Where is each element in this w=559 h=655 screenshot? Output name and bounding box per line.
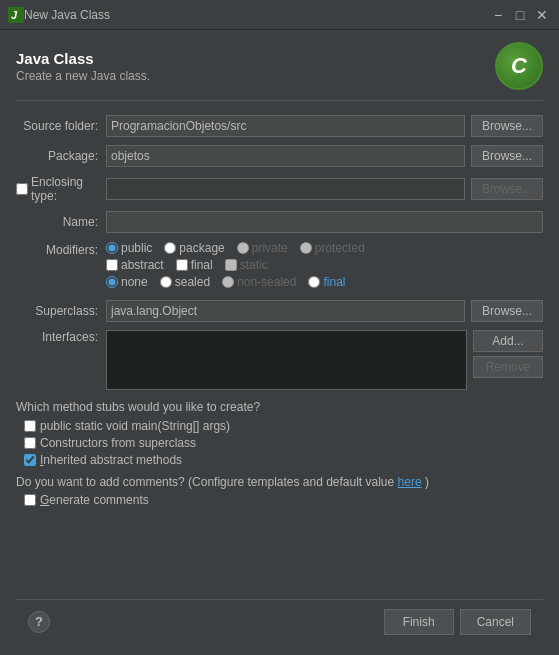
modifier-abstract[interactable]: abstract	[106, 258, 164, 272]
stub-constructors-item[interactable]: Constructors from superclass	[24, 436, 543, 450]
package-label: Package:	[16, 149, 106, 163]
dialog-footer: ? Finish Cancel	[16, 599, 543, 643]
modifier-static[interactable]: static	[225, 258, 268, 272]
modifier-final[interactable]: final	[176, 258, 213, 272]
interfaces-add-button[interactable]: Add...	[473, 330, 543, 352]
superclass-input[interactable]	[106, 300, 465, 322]
modifier-sealed[interactable]: sealed	[160, 275, 210, 289]
cancel-button[interactable]: Cancel	[460, 609, 531, 635]
modifiers-label: Modifiers:	[16, 241, 106, 257]
modifiers-line-3: none sealed non-sealed final	[106, 275, 543, 289]
stub-main-label: public static void main(String[] args)	[40, 419, 230, 433]
method-stubs-section: Which method stubs would you like to cre…	[16, 400, 543, 467]
enclosing-checkbox-area: Enclosing type:	[16, 175, 106, 203]
superclass-browse-button[interactable]: Browse...	[471, 300, 543, 322]
superclass-label: Superclass:	[16, 304, 106, 318]
form-body: Source folder: Browse... Package: Browse…	[16, 115, 543, 599]
stub-inherited-checkbox[interactable]	[24, 454, 36, 466]
superclass-row: Superclass: Browse...	[16, 300, 543, 322]
titlebar-icon: J	[8, 7, 24, 23]
comments-section: Do you want to add comments? (Configure …	[16, 475, 543, 507]
modifiers-line-2: abstract final static	[106, 258, 543, 272]
enclosing-type-browse-button[interactable]: Browse...	[471, 178, 543, 200]
modifier-public[interactable]: public	[106, 241, 152, 255]
interfaces-remove-button[interactable]: Remove	[473, 356, 543, 378]
titlebar-controls: − □ ✕	[489, 6, 551, 24]
generate-comments-item[interactable]: Generate comments	[16, 493, 543, 507]
stub-inherited-label: Inherited abstract methods	[40, 453, 182, 467]
modifier-final-kind[interactable]: final	[308, 275, 345, 289]
eclipse-logo: C	[495, 42, 543, 90]
maximize-button[interactable]: □	[511, 6, 529, 24]
dialog-header: Java Class Create a new Java class. C	[16, 42, 543, 101]
dialog-title: Java Class	[16, 50, 150, 67]
method-stubs-question: Which method stubs would you like to cre…	[16, 400, 543, 414]
modifier-protected[interactable]: protected	[300, 241, 365, 255]
finish-button[interactable]: Finish	[384, 609, 454, 635]
method-stubs-items: public static void main(String[] args) C…	[16, 419, 543, 467]
name-label: Name:	[16, 215, 106, 229]
source-folder-label: Source folder:	[16, 119, 106, 133]
stub-main-checkbox[interactable]	[24, 420, 36, 432]
footer-buttons: Finish Cancel	[384, 609, 531, 635]
minimize-button[interactable]: −	[489, 6, 507, 24]
enclosing-type-input[interactable]	[106, 178, 465, 200]
enclosing-type-row: Enclosing type: Browse...	[16, 175, 543, 203]
name-input[interactable]	[106, 211, 543, 233]
stub-main-item[interactable]: public static void main(String[] args)	[24, 419, 543, 433]
titlebar-title: New Java Class	[24, 8, 489, 22]
svg-text:J: J	[11, 9, 18, 21]
stub-constructors-label: Constructors from superclass	[40, 436, 196, 450]
modifier-none[interactable]: none	[106, 275, 148, 289]
interfaces-row: Interfaces: Add... Remove	[16, 330, 543, 390]
modifiers-grid: public package private protected	[106, 241, 543, 292]
generate-comments-checkbox[interactable]	[24, 494, 36, 506]
comments-question: Do you want to add comments? (Configure …	[16, 475, 543, 489]
modifiers-line-1: public package private protected	[106, 241, 543, 255]
enclosing-type-checkbox[interactable]	[16, 183, 28, 195]
comments-question-text: Do you want to add comments? (Configure …	[16, 475, 398, 489]
comments-here-link[interactable]: here	[398, 475, 422, 489]
modifier-private[interactable]: private	[237, 241, 288, 255]
stub-inherited-item[interactable]: Inherited abstract methods	[24, 453, 543, 467]
close-button[interactable]: ✕	[533, 6, 551, 24]
modifier-package[interactable]: package	[164, 241, 224, 255]
source-folder-row: Source folder: Browse...	[16, 115, 543, 137]
package-input[interactable]	[106, 145, 465, 167]
titlebar: J New Java Class − □ ✕	[0, 0, 559, 30]
dialog-subtitle: Create a new Java class.	[16, 69, 150, 83]
interfaces-label: Interfaces:	[16, 330, 106, 344]
interfaces-buttons: Add... Remove	[473, 330, 543, 378]
stub-constructors-checkbox[interactable]	[24, 437, 36, 449]
dialog-content: Java Class Create a new Java class. C So…	[0, 30, 559, 655]
enclosing-type-checkbox-label[interactable]: Enclosing type:	[16, 175, 98, 203]
modifier-non-sealed[interactable]: non-sealed	[222, 275, 296, 289]
package-browse-button[interactable]: Browse...	[471, 145, 543, 167]
package-row: Package: Browse...	[16, 145, 543, 167]
source-folder-input[interactable]	[106, 115, 465, 137]
comments-question-end: )	[425, 475, 429, 489]
name-row: Name:	[16, 211, 543, 233]
help-button[interactable]: ?	[28, 611, 50, 633]
interfaces-textarea[interactable]	[106, 330, 467, 390]
modifiers-row: Modifiers: public package private	[16, 241, 543, 292]
generate-comments-label: Generate comments	[40, 493, 149, 507]
dialog-header-text: Java Class Create a new Java class.	[16, 50, 150, 83]
source-folder-browse-button[interactable]: Browse...	[471, 115, 543, 137]
